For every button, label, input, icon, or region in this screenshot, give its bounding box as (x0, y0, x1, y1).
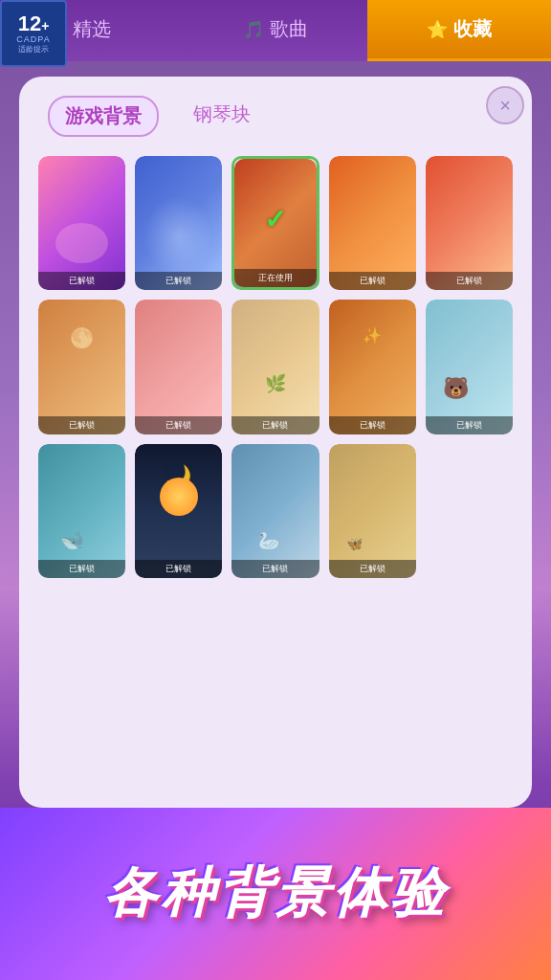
bg-item-2[interactable]: 已解锁 (135, 156, 222, 290)
bg-item-7[interactable]: 已解锁 (135, 300, 222, 434)
gequ-label: 歌曲 (270, 16, 308, 42)
bg-item-12[interactable]: 已解锁 (135, 444, 222, 578)
status-label-14: 已解锁 (329, 560, 416, 578)
tab-gequ[interactable]: 🎵 歌曲 (184, 0, 367, 61)
bg-item-3[interactable]: 正在使用 (231, 156, 319, 290)
subtab-piano[interactable]: 钢琴块 (178, 96, 266, 137)
status-label-4: 已解锁 (329, 272, 416, 290)
bg-item-1[interactable]: 已解锁 (38, 156, 125, 290)
status-label-1: 已解锁 (38, 272, 125, 290)
subtab-youxi[interactable]: 游戏背景 (48, 96, 159, 137)
status-label-8: 已解锁 (231, 416, 319, 434)
rating-org: CADPA (16, 34, 50, 44)
modal-panel: 游戏背景 钢琴块 已解锁 已解锁 正在使用 已解锁 已解锁 (19, 77, 532, 808)
bottom-banner: 各种背景体验 (0, 808, 551, 980)
status-label-7: 已解锁 (135, 416, 222, 434)
bg-item-9[interactable]: ✨ 已解锁 (329, 300, 416, 434)
status-label-12: 已解锁 (135, 560, 222, 578)
status-label-6: 已解锁 (38, 416, 125, 434)
status-label-11: 已解锁 (38, 560, 125, 578)
bg-item-14[interactable]: 🦋 已解锁 (329, 444, 416, 578)
bg-item-11[interactable]: 🐋 已解锁 (38, 444, 125, 578)
status-label-13: 已解锁 (231, 560, 319, 578)
status-label-3: 正在使用 (234, 269, 316, 287)
tab-shoucang[interactable]: ⭐ 收藏 (367, 0, 551, 61)
shoucang-label: 收藏 (453, 16, 492, 42)
rating-age: 12+ (18, 13, 50, 34)
shoucang-icon: ⭐ (427, 19, 448, 40)
status-label-5: 已解锁 (426, 272, 513, 290)
bg-item-10[interactable]: 🐻 已解锁 (426, 300, 513, 434)
gequ-icon: 🎵 (243, 19, 264, 40)
background-grid: 已解锁 已解锁 正在使用 已解锁 已解锁 已解锁 已解锁 � (38, 156, 513, 578)
jingxuan-label: 精选 (73, 16, 111, 42)
bg-item-8[interactable]: 🌿 已解锁 (231, 300, 319, 434)
status-label-10: 已解锁 (426, 416, 513, 434)
close-icon: × (499, 95, 511, 117)
status-label-9: 已解锁 (329, 416, 416, 434)
bg-item-4[interactable]: 已解锁 (329, 156, 416, 290)
bg-item-6[interactable]: 已解锁 (38, 300, 125, 434)
top-nav: 精选 🎵 歌曲 ⭐ 收藏 (0, 0, 551, 61)
status-label-2: 已解锁 (135, 272, 222, 290)
close-button[interactable]: × (486, 86, 524, 124)
rating-hint: 适龄提示 (18, 44, 49, 55)
bg-item-5[interactable]: 已解锁 (426, 156, 513, 290)
sub-tabs: 游戏背景 钢琴块 (38, 96, 513, 137)
rating-badge: 12+ CADPA 适龄提示 (0, 0, 67, 67)
banner-text: 各种背景体验 (103, 858, 448, 930)
bg-item-13[interactable]: 🦢 已解锁 (231, 444, 319, 578)
